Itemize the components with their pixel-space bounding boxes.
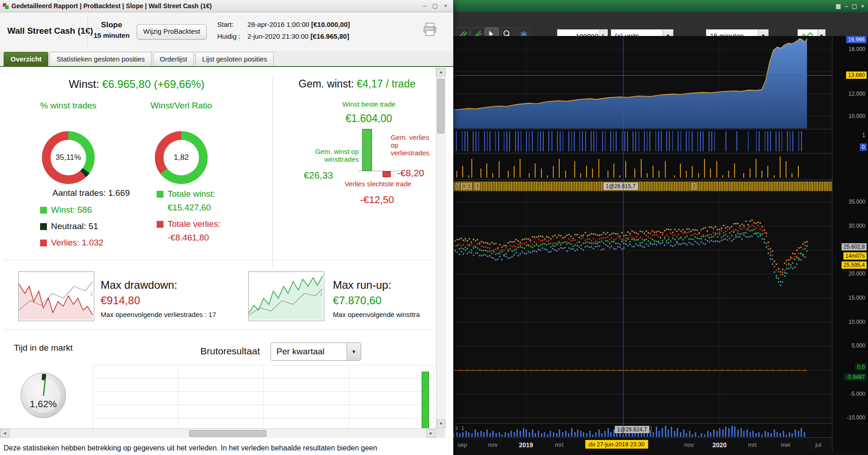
close-button[interactable]: ×: [861, 0, 864, 12]
volume-bar: [565, 431, 567, 437]
volume-bar: [662, 428, 663, 437]
vertical-scrollbar[interactable]: ▲ ▼: [436, 68, 446, 428]
order-bar: [734, 164, 735, 178]
avg-loss-bar: [383, 171, 391, 177]
drawdown-value: €914,80: [101, 294, 140, 307]
crosshair-vertical-line: [623, 36, 623, 437]
position-bar: [518, 131, 519, 151]
scroll-right-button[interactable]: ►: [426, 429, 436, 438]
vertical-scroll-thumb[interactable]: [437, 79, 444, 133]
print-icon[interactable]: [422, 22, 438, 37]
avg-win-trades-label: Gem. winst op winsttrades: [292, 148, 359, 163]
maximize-button[interactable]: ▢: [852, 0, 857, 12]
close-button[interactable]: ×: [442, 2, 449, 10]
profit-heading: Winst: €6.965,80 (+69,66%): [0, 78, 273, 91]
runup-value: €7.870,60: [333, 294, 382, 307]
order-bar: [586, 166, 587, 178]
scroll-up-button[interactable]: ▲: [436, 68, 446, 77]
drawdown-sub: Max opeenvolgende verliestrades : 17: [101, 311, 216, 318]
volume-bar: [529, 432, 530, 437]
position-bar: [593, 131, 594, 151]
app-icon: [3, 3, 9, 9]
order-bar: [553, 166, 554, 178]
edit-probacktest-button[interactable]: Wijzig ProBacktest: [137, 24, 207, 40]
volume-bar: [795, 429, 796, 437]
order-bar: [547, 175, 548, 178]
workspace-grid-icon[interactable]: ▦: [836, 0, 841, 12]
volume-bar: [616, 433, 618, 437]
equity-pane[interactable]: [453, 36, 832, 128]
axis-label: 25.595,4: [842, 261, 867, 269]
volume-bar: [710, 432, 711, 437]
volume-bar: [665, 426, 666, 437]
strategy-block: Slope 15 minuten: [91, 20, 132, 39]
scroll-left-button[interactable]: ◄: [0, 429, 10, 438]
position-bar: [562, 131, 563, 151]
report-titlebar[interactable]: Gedetailleerd Rapport | ProBacktest | Sl…: [0, 0, 453, 12]
order-bar: [592, 169, 593, 178]
chart-titlebar[interactable]: ▦ – ▢ ×: [453, 0, 868, 12]
red-swatch: [157, 221, 163, 228]
position-bar: [515, 131, 516, 151]
tab-orderlijst[interactable]: Orderlijst: [153, 52, 194, 66]
volume-bar: [674, 431, 675, 437]
trades-legend: Winst: 586Neutraal: 51Verlies: 1.032: [40, 205, 103, 254]
order-bar: [728, 171, 729, 178]
volume-bar: [562, 432, 563, 437]
tab-overzicht[interactable]: Overzicht: [4, 52, 48, 66]
position-bar: [467, 131, 468, 151]
time-axis-label: mrt: [748, 441, 757, 448]
avg-win-bar: [362, 129, 372, 171]
win-donut-value: 35,11%: [42, 131, 95, 184]
trade-marker: 0: [461, 183, 466, 189]
axis-label: 20.000: [848, 270, 865, 277]
drawdown-label: Max drawdown:: [101, 279, 177, 291]
period-dropdown[interactable]: Per kwartaal ▼: [271, 343, 361, 361]
minimize-button[interactable]: –: [421, 2, 429, 10]
time-axis-label: 2019: [519, 441, 533, 449]
chart-window: ▦ – ▢ × ▲▼ (x) units ▼ 15 minuten: [453, 0, 868, 455]
tab-lijst-gesloten-posities[interactable]: Lijst gesloten posities: [195, 52, 274, 66]
order-bar: [619, 175, 620, 178]
total-trades: Aantal trades: 1.669: [27, 188, 155, 198]
divider: [87, 17, 88, 46]
axis-label: 10.000: [848, 318, 865, 326]
avg-win-value: €4,17 / trade: [357, 78, 415, 90]
time-axis-label: jul: [815, 441, 821, 448]
chart-plot-area[interactable]: 1@26.615,7 )01312 1@26.624,7 31) sepnov2…: [453, 36, 868, 455]
totals-block: Totale winst: €15.427,60 Totale verlies:…: [157, 189, 261, 249]
volume-bar: [456, 432, 458, 437]
axis-label: 5.000: [852, 342, 865, 349]
order-bar: [674, 175, 675, 178]
chevron-down-icon[interactable]: ▼: [347, 343, 361, 360]
volume-bar: [516, 429, 518, 437]
order-bar: [480, 169, 481, 178]
profit-value: €6.965,80 (+69,66%): [102, 78, 204, 90]
volume-bar: [737, 429, 739, 437]
tab-statistieken-gesloten-posities[interactable]: Statistieken gesloten posities: [50, 52, 151, 66]
current-label: Huidig :: [217, 31, 245, 42]
horizontal-scrollbar[interactable]: ◄ ►: [0, 428, 436, 438]
volume-bar: [511, 431, 512, 437]
volume-bar: [520, 431, 521, 437]
volume-bar: [471, 433, 473, 437]
order-bar: [565, 171, 566, 178]
total-loss-value: -€8.461,80: [168, 233, 261, 243]
position-bar: [666, 131, 667, 151]
position-bar: [781, 131, 782, 151]
volume-bar: [532, 429, 533, 437]
position-bar: [537, 131, 538, 151]
scroll-down-button[interactable]: ▼: [436, 419, 446, 428]
price-pane[interactable]: [453, 191, 832, 424]
minimize-button[interactable]: –: [845, 0, 848, 12]
maximize-button[interactable]: ▢: [431, 2, 439, 10]
profit-label: Winst:: [69, 78, 99, 90]
horizontal-scroll-thumb[interactable]: [189, 430, 266, 437]
runup-sparkline: ↕: [248, 271, 324, 321]
start-label: Start:: [217, 19, 245, 31]
trade-strip: 1@26.615,7 )01312: [453, 181, 832, 191]
order-bar: [780, 157, 781, 178]
volume-bar: [713, 429, 715, 437]
position-bar: [484, 131, 485, 151]
volume-bar: [758, 432, 760, 437]
